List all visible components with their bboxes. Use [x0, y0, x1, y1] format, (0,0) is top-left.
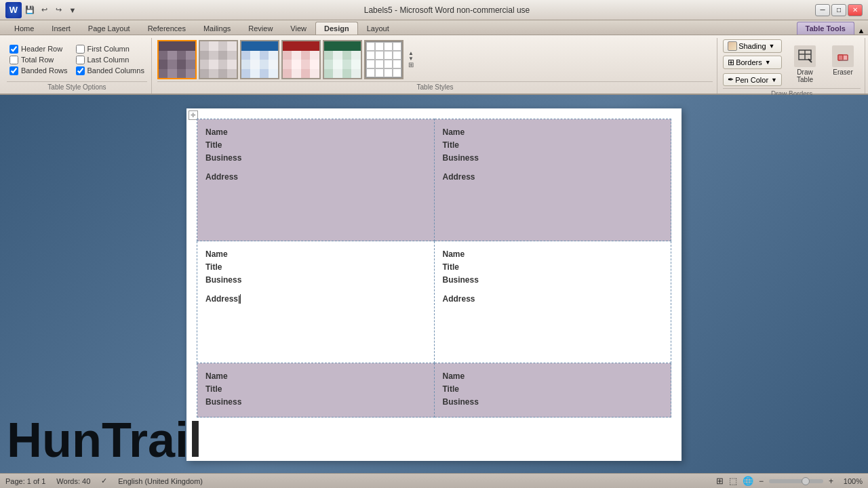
word-count: Words: 40 — [56, 477, 90, 485]
status-right: ⊞ ⬚ 🌐 − + 100% — [716, 476, 863, 486]
shading-dropdown[interactable]: Shading ▼ — [723, 39, 782, 53]
pen-color-label: Pen Color — [735, 76, 768, 84]
redo-button[interactable]: ↪ — [52, 4, 64, 16]
tab-design[interactable]: Design — [315, 22, 358, 35]
total-row-input[interactable] — [9, 56, 18, 64]
label-cell-r0c1[interactable]: Name Title Business Address — [434, 119, 671, 241]
header-row-input[interactable] — [9, 45, 18, 54]
label-cell-r1c0[interactable]: Name Title Business Address| — [197, 241, 435, 363]
undo-button[interactable]: ↩ — [38, 4, 50, 16]
draw-buttons: DrawTable Eraser — [787, 39, 861, 87]
view-fullscreen-button[interactable]: ⬚ — [729, 476, 737, 486]
style-scroll-buttons[interactable]: ▲ ▼ ⊞ — [406, 51, 416, 68]
draw-borders-group: Shading ▼ ⊞ Borders ▼ ✒ Pen Color ▼ — [719, 38, 865, 94]
view-web-button[interactable]: 🌐 — [743, 476, 753, 486]
borders-dropdown[interactable]: ⊞ Borders ▼ — [723, 56, 782, 69]
first-column-checkbox[interactable]: First Column — [76, 45, 144, 54]
last-column-checkbox[interactable]: Last Column — [76, 56, 144, 64]
customize-qa[interactable]: ▼ — [66, 4, 79, 16]
table-style-3[interactable] — [240, 40, 279, 79]
title-bar: W 💾 ↩ ↪ ▼ Labels5 - Microsoft Word non-c… — [0, 0, 868, 20]
tab-view[interactable]: View — [281, 22, 315, 35]
quick-access-toolbar: W 💾 ↩ ↪ ▼ — [5, 2, 79, 18]
banded-rows-checkbox[interactable]: Banded Rows — [9, 66, 68, 75]
table-style-1[interactable] — [157, 40, 197, 79]
draw-table-icon — [794, 45, 816, 67]
label-cell-r0c0[interactable]: Name Title Business Address — [197, 119, 435, 241]
table-style-4[interactable] — [281, 40, 321, 79]
spell-check-icon[interactable]: ✓ — [101, 476, 107, 485]
maximize-button[interactable]: □ — [831, 4, 846, 16]
minimize-button[interactable]: ─ — [815, 4, 830, 16]
view-normal-button[interactable]: ⊞ — [716, 476, 724, 486]
table-style-options-label: Table Style Options — [7, 81, 147, 92]
table-style-6[interactable] — [364, 40, 403, 79]
pen-color-dropdown[interactable]: ✒ Pen Color ▼ — [723, 73, 782, 86]
ribbon-collapse-button[interactable]: ▲ — [854, 26, 868, 35]
total-row-label: Total Row — [21, 56, 54, 64]
draw-table-button[interactable]: DrawTable — [787, 42, 823, 87]
business-field-r1c1: Business — [443, 274, 663, 287]
checkbox-group-right: First Column Last Column Banded Columns — [73, 42, 147, 78]
table-styles-list: ▲ ▼ ⊞ — [157, 40, 416, 79]
zoom-thumb[interactable] — [802, 477, 810, 485]
shading-color-swatch — [728, 41, 737, 51]
draw-table-label: DrawTable — [797, 68, 813, 83]
svg-rect-5 — [838, 55, 843, 60]
tab-review[interactable]: Review — [239, 22, 281, 35]
window-title: Labels5 - Microsoft Word non-commercial … — [364, 5, 530, 15]
zoom-in-button[interactable]: + — [829, 476, 833, 486]
checkbox-group-left: Header Row Total Row Banded Rows — [7, 42, 71, 78]
zoom-out-button[interactable]: − — [759, 476, 764, 486]
business-field-r2c0: Business — [205, 396, 426, 409]
banded-rows-label: Banded Rows — [21, 66, 68, 75]
zoom-level[interactable]: 100% — [839, 477, 863, 485]
tab-references[interactable]: References — [139, 22, 195, 35]
save-button[interactable]: 💾 — [24, 4, 36, 16]
title-field-r2c1: Title — [443, 383, 663, 396]
eraser-button[interactable]: Eraser — [825, 42, 861, 79]
banded-columns-checkbox[interactable]: Banded Columns — [76, 66, 144, 75]
word-logo: W — [5, 2, 22, 18]
last-column-label: Last Column — [87, 56, 130, 64]
label-table: Name Title Business Address Name Title B… — [197, 119, 671, 418]
total-row-checkbox[interactable]: Total Row — [9, 56, 68, 64]
tab-page-layout[interactable]: Page Layout — [79, 22, 139, 35]
tab-layout[interactable]: Layout — [358, 22, 398, 35]
banded-columns-input[interactable] — [76, 66, 85, 75]
title-field-r0c1: Title — [443, 139, 663, 152]
contextual-tab-label: Table Tools — [797, 22, 855, 35]
label-cell-r1c1[interactable]: Name Title Business Address — [434, 241, 671, 363]
window-controls: ─ □ ✕ — [815, 4, 863, 16]
eraser-label: Eraser — [833, 68, 852, 76]
shading-arrow: ▼ — [769, 43, 775, 49]
close-button[interactable]: ✕ — [848, 4, 863, 16]
address-field-r1c0: Address| — [205, 293, 426, 306]
scroll-more-arrow[interactable]: ⊞ — [408, 62, 414, 68]
table-row: Name Title Business Name Title Business — [197, 363, 671, 418]
tab-insert[interactable]: Insert — [43, 22, 79, 35]
zoom-slider[interactable] — [769, 479, 823, 483]
label-cell-r2c0[interactable]: Name Title Business — [197, 363, 435, 418]
language-indicator[interactable]: English (United Kingdom) — [118, 477, 203, 485]
name-field-r1c0: Name — [205, 248, 426, 261]
name-field-r0c1: Name — [443, 126, 663, 139]
table-styles-group: ▲ ▼ ⊞ Table Styles — [153, 38, 717, 94]
document-area: ✛ Name Title Business Address Nam — [0, 95, 868, 473]
label-cell-r2c1[interactable]: Name Title Business — [434, 363, 671, 418]
header-row-checkbox[interactable]: Header Row — [9, 45, 68, 54]
banded-rows-input[interactable] — [9, 66, 18, 75]
tab-mailings[interactable]: Mailings — [195, 22, 239, 35]
table-style-5[interactable] — [323, 40, 362, 79]
title-field-r1c1: Title — [443, 261, 663, 274]
pen-color-arrow: ▼ — [771, 77, 777, 83]
table-style-2[interactable] — [199, 40, 238, 79]
first-column-input[interactable] — [76, 45, 85, 54]
ribbon-tab-strip: Home Insert Page Layout References Maili… — [0, 20, 868, 35]
title-field-r0c0: Title — [205, 139, 426, 152]
title-field-r1c0: Title — [205, 261, 426, 274]
tab-home[interactable]: Home — [5, 22, 43, 35]
last-column-input[interactable] — [76, 56, 85, 64]
table-styles-label: Table Styles — [157, 81, 713, 92]
address-field-r0c1: Address — [443, 171, 663, 184]
